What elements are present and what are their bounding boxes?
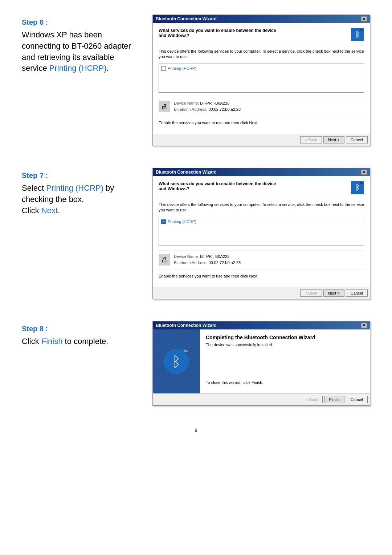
step6-bt-value: 00:02:72:b0:a2:28 — [208, 107, 241, 112]
step7-bluetooth-symbol: ᛒ — [355, 183, 360, 192]
step8-completion-left: TM ᛒ — [153, 329, 200, 393]
step6-bt-address-row: Bluetooth Address: 00:02:72:b0:a2:28 — [174, 106, 241, 113]
step7-text: Step 7 : Select Printing (HCRP) by check… — [22, 168, 138, 216]
step6-description-text: This device offers the following service… — [159, 49, 364, 60]
step8-completion-success: The device was successfully installed. — [206, 343, 364, 347]
step7-next-button[interactable]: Next > — [323, 289, 344, 297]
step7-device-icon: 🖨 — [159, 254, 170, 266]
step8-label: Step 8 : — [22, 325, 138, 333]
step6-bluetooth-symbol: ᛒ — [355, 31, 360, 39]
step6-next-button[interactable]: Next > — [323, 136, 344, 143]
step6-wizard-buttons: < Back Next > Cancel — [153, 134, 370, 146]
step6-device-info: 🖨 Device Name: BT-PRT-B0A228 Bluetooth A… — [159, 97, 364, 116]
step8-cancel-button[interactable]: Cancel — [346, 396, 368, 403]
step7-back-button[interactable]: < Back — [300, 289, 322, 297]
page-number: 9 — [22, 428, 370, 433]
step8-footer-text: To close this wizard, click Finish. — [206, 380, 364, 385]
step8-big-bluetooth: TM ᛒ — [164, 349, 189, 374]
step7-device-name-row: Device Name: BT-PRT-B0A228 — [174, 254, 241, 260]
step8-highlight: Finish — [41, 337, 63, 346]
step7-device-name-value: BT-PRT-B0A228 — [200, 254, 229, 259]
step7-device-info: 🖨 Device Name: BT-PRT-B0A228 Bluetooth A… — [159, 250, 364, 270]
step8-wizard-buttons: < Back Finish Cancel — [153, 393, 370, 405]
step7-wizard: Bluetooth Connection Wizard ✕ What servi… — [152, 168, 370, 299]
step6-service-label: Printing (HCRP) — [168, 66, 196, 70]
step7-bluetooth-logo: TM ᛒ — [351, 181, 364, 194]
step8-completion-body: TM ᛒ Completing the Bluetooth Connection… — [153, 329, 370, 393]
step8-completion-title: Completing the Bluetooth Connection Wiza… — [206, 335, 364, 340]
step7-wizard-title: Bluetooth Connection Wizard — [156, 170, 217, 175]
step7-cancel-button[interactable]: Cancel — [346, 289, 368, 297]
step6-footer-text: Enable the services you want to use and … — [159, 121, 364, 125]
step7-device-name-label: Device Name: — [174, 254, 199, 259]
step6-wizard-title: Bluetooth Connection Wizard — [156, 16, 217, 21]
step8-section: Step 8 : Click Finish to complete. Bluet… — [22, 321, 370, 406]
step8-spacer — [206, 351, 364, 380]
step7-bt-address-row: Bluetooth Address: 00:02:72:b0:a2:28 — [174, 260, 241, 266]
step7-footer-text: Enable the services you want to use and … — [159, 274, 364, 278]
step7-bt-value: 00:02:72:b0:a2:28 — [208, 260, 241, 265]
step6-device-icon: 🖨 — [159, 101, 170, 112]
step6-device-name-row: Device Name: BT-PRT-B0A228 — [174, 100, 241, 107]
step7-question: What services do you want to enable betw… — [159, 181, 282, 191]
step7-section: Step 7 : Select Printing (HCRP) by check… — [22, 168, 370, 299]
step6-service-item: Printing (HCRP) — [161, 66, 362, 71]
step6-service-checkbox[interactable] — [161, 66, 166, 71]
step6-wizard-titlebar: Bluetooth Connection Wizard ✕ — [153, 15, 370, 23]
step6-desc-part2: . — [107, 64, 109, 73]
step7-highlight2: Next — [41, 206, 58, 215]
step6-device-name-value: BT-PRT-B0A228 — [200, 101, 229, 105]
step8-description: Click Finish to complete. — [22, 336, 138, 347]
step6-wizard-header: What services do you want to enable betw… — [159, 28, 364, 45]
step6-device-name-label: Device Name: — [174, 101, 199, 105]
step8-back-button[interactable]: < Back — [301, 396, 323, 403]
step7-desc-part3: . — [58, 206, 60, 215]
step8-wizard-title: Bluetooth Connection Wizard — [156, 323, 217, 328]
step8-wizard: Bluetooth Connection Wizard ✕ TM ᛒ Compl… — [152, 321, 370, 406]
step6-wizard: Bluetooth Connection Wizard ✕ What servi… — [152, 15, 370, 146]
step8-text: Step 8 : Click Finish to complete. — [22, 321, 138, 347]
step6-back-button[interactable]: < Back — [300, 136, 322, 143]
step6-close-button[interactable]: ✕ — [361, 16, 367, 21]
step8-big-tm: TM — [183, 349, 188, 353]
step7-tm-badge: TM — [360, 182, 363, 184]
step7-desc-part1: Select — [22, 183, 46, 193]
step6-highlight: Printing (HCRP) — [49, 64, 107, 73]
step6-description: Windows XP has been connecting to BT-026… — [22, 29, 138, 74]
step8-desc-part1: Click — [22, 337, 41, 346]
step7-services-list: Printing (HCRP) — [159, 217, 364, 246]
step7-wizard-header: What services do you want to enable betw… — [159, 181, 364, 198]
step8-finish-button[interactable]: Finish — [324, 396, 344, 403]
step6-bluetooth-logo: TM ᛒ — [351, 28, 364, 41]
step8-wizard-titlebar: Bluetooth Connection Wizard ✕ — [153, 321, 370, 329]
step7-wizard-body: What services do you want to enable betw… — [153, 176, 370, 287]
step6-bt-label: Bluetooth Address: — [174, 107, 207, 112]
step7-service-checkbox[interactable] — [161, 219, 166, 224]
step6-text: Step 6 : Windows XP has been connecting … — [22, 15, 138, 74]
step7-service-item: Printing (HCRP) — [161, 219, 362, 224]
step8-close-button[interactable]: ✕ — [361, 323, 367, 328]
step6-section: Step 6 : Windows XP has been connecting … — [22, 15, 370, 146]
step7-label: Step 7 : — [22, 171, 138, 180]
step8-completion-right: Completing the Bluetooth Connection Wiza… — [200, 329, 370, 393]
step7-close-button[interactable]: ✕ — [361, 170, 367, 175]
step7-service-label: Printing (HCRP) — [168, 219, 196, 224]
step6-label: Step 6 : — [22, 18, 138, 27]
step6-question: What services do you want to enable betw… — [159, 28, 282, 38]
step8-big-bluetooth-symbol: ᛒ — [172, 354, 181, 369]
step6-cancel-button[interactable]: Cancel — [346, 136, 368, 143]
step6-tm-badge: TM — [360, 28, 363, 31]
step7-device-details: Device Name: BT-PRT-B0A228 Bluetooth Add… — [174, 254, 241, 266]
step7-wizard-buttons: < Back Next > Cancel — [153, 287, 370, 299]
step6-wizard-body: What services do you want to enable betw… — [153, 23, 370, 134]
step7-bt-label: Bluetooth Address: — [174, 260, 207, 265]
step7-description-text: This device offers the following service… — [159, 202, 364, 213]
step6-services-list: Printing (HCRP) — [159, 64, 364, 93]
step7-highlight1: Printing (HCRP) — [46, 183, 103, 193]
step8-desc-part2: to complete. — [62, 337, 108, 346]
step6-device-details: Device Name: BT-PRT-B0A228 Bluetooth Add… — [174, 100, 241, 113]
step7-description: Select Printing (HCRP) by checking the b… — [22, 183, 138, 216]
step7-wizard-titlebar: Bluetooth Connection Wizard ✕ — [153, 168, 370, 176]
